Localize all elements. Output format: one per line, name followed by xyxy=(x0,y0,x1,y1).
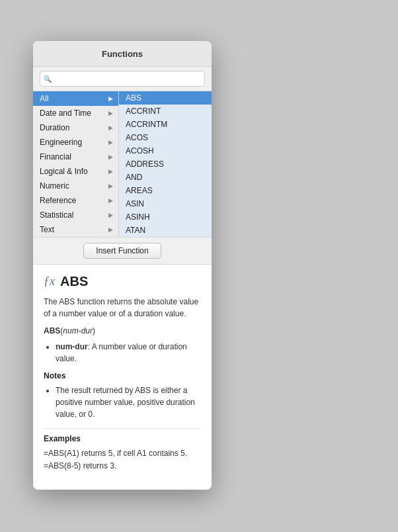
function-label-accrint: ACCRINT xyxy=(126,107,161,116)
function-item-abs[interactable]: ABS xyxy=(119,91,212,105)
function-label-address: ADDRESS xyxy=(126,159,164,169)
example-0: =ABS(A1) returns 5, if cell A1 contains … xyxy=(44,447,201,460)
desc-syntax-paren-close: ) xyxy=(93,326,95,335)
description-panel: ƒx ABS The ABS function returns the abso… xyxy=(33,265,212,490)
category-item-reference[interactable]: Reference ▶ xyxy=(33,193,118,208)
chevron-icon-reference: ▶ xyxy=(108,197,113,204)
category-item-text[interactable]: Text ▶ xyxy=(33,222,118,237)
search-bar xyxy=(33,67,212,91)
function-label-acosh: ACOSH xyxy=(126,146,154,155)
chevron-icon-duration: ▶ xyxy=(108,124,113,131)
category-item-statistical[interactable]: Statistical ▶ xyxy=(33,208,118,222)
function-item-areas[interactable]: AREAS xyxy=(119,184,212,197)
function-label-accrintm: ACCRINTM xyxy=(126,120,167,129)
notes-list: The result returned by ABS is either a p… xyxy=(44,384,201,420)
category-item-financial[interactable]: Financial ▶ xyxy=(33,150,118,164)
function-label-areas: AREAS xyxy=(126,186,153,195)
category-item-logical-info[interactable]: Logical & Info ▶ xyxy=(33,164,118,179)
chevron-icon-numeric: ▶ xyxy=(108,183,113,189)
desc-summary: The ABS function returns the absolute va… xyxy=(44,296,201,320)
chevron-icon-engineering: ▶ xyxy=(108,139,113,146)
category-item-date-time[interactable]: Date and Time ▶ xyxy=(33,106,118,120)
function-item-atan[interactable]: ATAN xyxy=(119,224,212,237)
chevron-icon-logical-info: ▶ xyxy=(108,168,113,175)
note-item-0: The result returned by ABS is either a p… xyxy=(56,384,201,420)
category-label-logical-info: Logical & Info xyxy=(40,167,88,176)
category-label-engineering: Engineering xyxy=(40,138,82,147)
param-item-0: num-dur: A number value or duration valu… xyxy=(56,341,201,365)
chevron-icon-financial: ▶ xyxy=(108,154,113,160)
desc-syntax-param: num-dur xyxy=(63,326,93,335)
function-item-asin[interactable]: ASIN xyxy=(119,197,212,210)
category-label-statistical: Statistical xyxy=(40,210,73,220)
param-list: num-dur: A number value or duration valu… xyxy=(44,341,201,365)
category-label-text: Text xyxy=(40,225,54,234)
category-label-duration: Duration xyxy=(40,123,69,132)
category-label-all: All xyxy=(40,94,48,103)
category-item-duration[interactable]: Duration ▶ xyxy=(33,120,118,135)
window-title: Functions xyxy=(102,49,143,59)
functions-window: Functions All ▶ Date and Time ▶ Duration… xyxy=(33,41,212,490)
category-item-numeric[interactable]: Numeric ▶ xyxy=(33,179,118,193)
chevron-icon-text: ▶ xyxy=(108,226,113,233)
desc-header: ƒx ABS xyxy=(44,274,201,289)
search-input[interactable] xyxy=(40,71,205,87)
category-label-numeric: Numeric xyxy=(40,181,69,191)
notes-heading: Notes xyxy=(44,371,201,380)
function-label-atan: ATAN xyxy=(126,226,145,235)
title-bar: Functions xyxy=(33,41,212,67)
function-item-accrint[interactable]: ACCRINT xyxy=(119,105,212,118)
function-label-abs: ABS xyxy=(126,93,141,103)
category-label-reference: Reference xyxy=(40,196,76,205)
category-item-engineering[interactable]: Engineering ▶ xyxy=(33,135,118,150)
desc-syntax-name: ABS xyxy=(44,326,60,335)
desc-func-name: ABS xyxy=(60,274,88,289)
function-item-accrintm[interactable]: ACCRINTM xyxy=(119,118,212,131)
function-list: ABS ACCRINT ACCRINTM ACOS ACOSH ADDRESS … xyxy=(119,91,212,237)
divider xyxy=(44,428,201,429)
examples-heading: Examples xyxy=(44,434,201,443)
chevron-icon-date-time: ▶ xyxy=(108,110,113,116)
category-label-financial: Financial xyxy=(40,152,71,161)
insert-function-button[interactable]: Insert Function xyxy=(83,243,161,259)
function-item-address[interactable]: ADDRESS xyxy=(119,157,212,171)
category-label-date-time: Date and Time xyxy=(40,109,91,118)
function-label-asin: ASIN xyxy=(126,199,144,208)
insert-bar: Insert Function xyxy=(33,237,212,265)
function-item-acos[interactable]: ACOS xyxy=(119,131,212,144)
search-icon-wrap xyxy=(40,71,205,87)
function-item-and[interactable]: AND xyxy=(119,171,212,184)
chevron-icon-statistical: ▶ xyxy=(108,212,113,218)
examples-text: =ABS(A1) returns 5, if cell A1 contains … xyxy=(44,447,201,472)
param-name-0: num-dur xyxy=(56,342,88,351)
chevron-icon-all: ▶ xyxy=(108,95,113,102)
desc-syntax: ABS(num-dur) xyxy=(44,326,201,335)
function-label-and: AND xyxy=(126,173,142,182)
function-label-acos: ACOS xyxy=(126,133,148,142)
function-label-asinh: ASINH xyxy=(126,212,150,222)
function-item-asinh[interactable]: ASINH xyxy=(119,210,212,224)
category-item-all[interactable]: All ▶ xyxy=(33,91,118,106)
function-item-acosh[interactable]: ACOSH xyxy=(119,144,212,157)
example-1: =ABS(8-5) returns 3. xyxy=(44,460,201,472)
fx-icon: ƒx xyxy=(44,275,55,288)
category-list: All ▶ Date and Time ▶ Duration ▶ Enginee… xyxy=(33,91,119,237)
insert-function-label: Insert Function xyxy=(96,246,148,255)
panel-content: All ▶ Date and Time ▶ Duration ▶ Enginee… xyxy=(33,91,212,237)
